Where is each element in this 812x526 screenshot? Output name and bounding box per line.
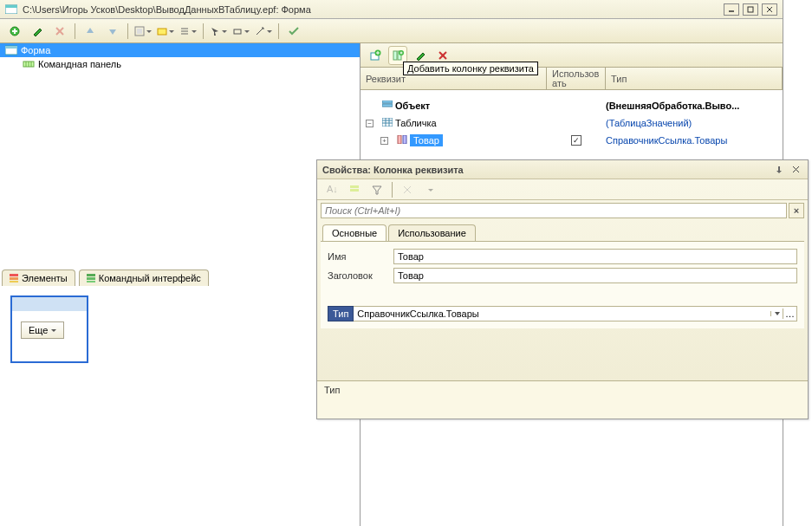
categories-button[interactable] [345,180,364,199]
svg-rect-35 [393,51,397,60]
svg-rect-28 [87,274,95,276]
properties-toolbar: A↓ [317,179,808,200]
clear-button[interactable] [398,180,417,199]
grid-row-table[interactable]: − Табличка (ТаблицаЗначений) [361,114,783,132]
search-input[interactable] [321,203,787,218]
grid-header-use[interactable]: Использовать [547,68,606,89]
svg-rect-51 [778,166,780,171]
svg-rect-25 [10,274,18,276]
grid-object-name: Объект [395,101,430,111]
grid-row-object[interactable]: Объект (ВнешняяОбработка.Выво... [361,97,783,114]
maximize-button[interactable] [743,3,758,16]
clear-search-button[interactable]: × [789,203,804,218]
bottom-tabs: Элементы Командный интерфейс [2,269,209,286]
form-preview: Еще [10,295,88,363]
tab-cmdiface-label: Командный интерфейс [99,273,201,283]
svg-rect-49 [398,135,401,144]
check-button[interactable] [284,22,303,41]
column-icon [397,135,407,146]
svg-rect-20 [5,46,17,49]
svg-rect-43 [382,104,393,107]
tree-row-commandbar[interactable]: Командная панель [0,57,360,71]
expand-product-button[interactable]: + [380,137,388,145]
move-up-button[interactable] [81,22,100,41]
arrow-tool-button[interactable] [209,22,228,41]
name-input[interactable] [393,249,797,264]
add-attr-button[interactable] [366,46,385,65]
title-input[interactable] [393,268,797,283]
svg-text:A↓: A↓ [327,185,337,194]
grid-row-product[interactable]: + Товар ✓ СправочникСсылка.Товары [361,132,783,149]
properties-title-bar: Свойства: Колонка реквизита [317,160,808,179]
resize-tool-button[interactable] [254,22,273,41]
form-tree[interactable]: Форма Командная панель [0,43,360,266]
properties-title: Свойства: Колонка реквизита [322,165,770,175]
move-down-button[interactable] [103,22,122,41]
align-tool-button[interactable] [231,22,250,41]
properties-status: Тип [317,380,808,419]
pin-button[interactable] [772,164,786,176]
grid-body[interactable]: Объект (ВнешняяОбработка.Выво... − Табли… [361,90,783,149]
type-dropdown-button[interactable] [770,311,783,316]
grid-product-name: Товар [410,134,443,146]
svg-rect-26 [10,277,18,280]
tab-main[interactable]: Основные [322,224,387,241]
properties-form: Имя Заголовок Тип СправочникСсылка.Товар… [321,241,804,328]
svg-rect-50 [403,135,406,144]
object-icon [382,101,393,111]
title-bar: C:\Users\Игорь Усков\Desktop\ВыводДанных… [0,0,783,19]
svg-rect-17 [234,29,241,34]
expand-table-button[interactable]: − [366,120,374,127]
grid-header-type[interactable]: Тип [606,68,783,89]
elements-icon [10,274,18,282]
close-window-button[interactable] [762,3,777,16]
tab-command-interface[interactable]: Командный интерфейс [79,269,209,286]
close-properties-button[interactable] [789,164,802,176]
tab-elements[interactable]: Элементы [2,269,75,286]
svg-rect-44 [382,118,393,127]
list-button[interactable] [179,22,198,41]
more-label: Еще [29,325,48,335]
type-browse-button[interactable]: … [783,308,796,319]
grid-product-type: СправочникСсылка.Товары [606,135,783,146]
tree-row-form[interactable]: Форма [0,43,360,57]
group-button[interactable] [133,22,153,41]
more-button[interactable]: Еще [21,321,64,339]
title-label: Заголовок [328,270,388,281]
svg-rect-13 [158,29,166,35]
tree-cmd-label: Командная панель [38,59,121,69]
edit-button[interactable] [28,22,47,41]
tab-use[interactable]: Использование [388,224,476,241]
window-title: C:\Users\Игорь Усков\Desktop\ВыводДанных… [23,4,720,15]
form-file-icon [5,3,17,16]
grid-object-type: (ВнешняяОбработка.Выво... [606,101,783,111]
name-label: Имя [328,251,388,262]
type-value: СправочникСсылка.Товары [354,308,770,319]
add-button[interactable] [5,22,24,41]
svg-rect-29 [87,277,95,280]
svg-rect-30 [87,281,95,282]
svg-rect-55 [350,185,359,188]
filter-button[interactable] [367,180,387,199]
grid-table-type: (ТаблицаЗначений) [606,118,783,128]
add-column-tooltip: Добавить колонку реквизита [403,62,538,75]
tree-form-label: Форма [21,45,50,55]
cmdiface-icon [87,274,95,282]
svg-rect-42 [382,101,393,103]
more-props-button[interactable] [420,180,439,199]
left-pane: Форма Командная панель Элементы Командны… [0,43,361,526]
minimize-button[interactable] [724,3,739,16]
preview-header [12,297,87,311]
tab-elements-label: Элементы [22,273,68,283]
form-icon [5,45,17,55]
svg-rect-1 [5,5,17,8]
use-checkbox[interactable]: ✓ [571,135,581,146]
svg-rect-56 [350,189,359,192]
status-text: Тип [324,385,340,395]
svg-rect-12 [137,29,142,34]
panel-button[interactable] [156,22,175,41]
delete-button[interactable] [50,22,69,41]
type-label: Тип [328,306,354,321]
command-bar-icon [23,59,35,69]
sort-button[interactable]: A↓ [322,180,341,199]
